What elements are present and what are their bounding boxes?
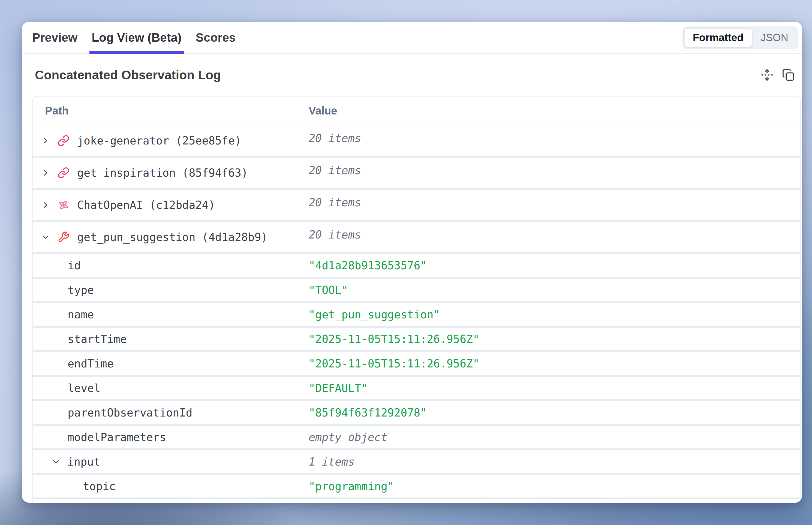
- link-icon: [58, 167, 70, 179]
- row-path-label: modelParameters: [68, 431, 166, 444]
- row-value-cell: 20 items: [309, 125, 800, 156]
- row-path: ChatOpenAI (c12bda24): [33, 190, 309, 220]
- format-toggle: Formatted JSON: [682, 27, 798, 49]
- format-toggle-formatted[interactable]: Formatted: [684, 28, 752, 47]
- row-path-label: name: [68, 308, 94, 321]
- row-value: 1 items: [309, 455, 355, 468]
- tab-scores[interactable]: Scores: [196, 22, 236, 54]
- row-path: level: [33, 377, 309, 399]
- table-row[interactable]: input1 items: [33, 450, 800, 475]
- row-path-label: input: [67, 455, 100, 468]
- row-value: 20 items: [309, 164, 361, 177]
- row-path: joke-generator (25ee85fe): [33, 125, 309, 156]
- row-value-cell: empty object: [309, 426, 800, 448]
- table-row: endTime"2025-11-05T15:11:26.956Z": [33, 352, 800, 377]
- row-value: "programming": [309, 480, 394, 493]
- row-value-cell: "4d1a28b913653576": [309, 254, 800, 277]
- row-value-cell: "85f94f63f1292078": [309, 401, 800, 424]
- row-path: topic: [33, 475, 309, 497]
- row-path-label: topic: [83, 480, 116, 493]
- table-row[interactable]: get_inspiration (85f94f63)20 items: [33, 158, 800, 190]
- table-header-row: Path Value: [33, 96, 800, 125]
- row-value-cell: 20 items: [309, 158, 800, 188]
- row-value-cell: "get_pun_suggestion": [309, 303, 800, 326]
- format-toggle-json[interactable]: JSON: [753, 29, 796, 47]
- row-path: name: [33, 303, 309, 326]
- row-value: 20 items: [309, 132, 361, 145]
- row-path-label: joke-generator (25ee85fe): [77, 134, 241, 147]
- section-header: Concatenated Observation Log: [22, 54, 802, 96]
- table-row: modelParametersempty object: [33, 426, 800, 450]
- observation-log-table: Path Value joke-generator (25ee85fe)20 i…: [32, 96, 800, 502]
- row-path: id: [33, 254, 309, 277]
- tab-bar: Preview Log View (Beta) Scores Formatted…: [22, 22, 802, 54]
- table-row[interactable]: joke-generator (25ee85fe)20 items: [33, 125, 800, 158]
- chevron-right-icon[interactable]: [41, 200, 50, 210]
- row-value: "DEFAULT": [309, 382, 368, 394]
- row-value: "get_pun_suggestion": [309, 308, 440, 321]
- table-row: startTime"2025-11-05T15:11:26.956Z": [33, 328, 800, 352]
- row-value: "TOOL": [309, 284, 348, 296]
- row-value-cell: 1 items: [309, 450, 800, 473]
- row-path-label: id: [68, 259, 81, 272]
- row-value-cell: 20 items: [309, 222, 800, 252]
- row-path-label: type: [68, 284, 94, 296]
- row-path-label: endTime: [68, 357, 114, 370]
- row-value: "85f94f63f1292078": [309, 406, 427, 419]
- tab-log-view-beta[interactable]: Log View (Beta): [92, 22, 181, 54]
- row-value-cell: "programming": [309, 475, 800, 497]
- row-path-label: ChatOpenAI (c12bda24): [77, 199, 215, 211]
- tabs: Preview Log View (Beta) Scores: [32, 22, 236, 54]
- table-row[interactable]: ChatOpenAI (c12bda24)20 items: [33, 190, 800, 222]
- row-path-label: level: [68, 382, 100, 394]
- row-path: type: [33, 279, 309, 301]
- row-path: modelParameters: [33, 426, 309, 448]
- row-path: get_pun_suggestion (4d1a28b9): [33, 222, 309, 252]
- row-path: input: [33, 450, 309, 473]
- column-header-path: Path: [33, 96, 309, 125]
- unfold-vertical-icon[interactable]: [760, 68, 774, 82]
- row-value: empty object: [309, 431, 387, 444]
- table-row: level"DEFAULT": [33, 377, 800, 401]
- log-view-panel: Preview Log View (Beta) Scores Formatted…: [22, 22, 802, 502]
- row-value: "2025-11-05T15:11:26.956Z": [309, 357, 479, 370]
- row-path-label: parentObservationId: [68, 406, 192, 419]
- link-icon: [58, 135, 70, 147]
- chevron-down-icon[interactable]: [51, 457, 61, 467]
- row-value: 20 items: [309, 228, 361, 241]
- row-value-cell: "TOOL": [309, 279, 800, 301]
- row-value: "2025-11-05T15:11:26.956Z": [309, 333, 479, 345]
- table-row: parentObservationId"85f94f63f1292078": [33, 401, 800, 426]
- row-path: endTime: [33, 352, 309, 375]
- tab-preview[interactable]: Preview: [32, 22, 77, 54]
- row-value-cell: "DEFAULT": [309, 377, 800, 399]
- copy-icon[interactable]: [781, 68, 795, 82]
- wrench-icon: [58, 231, 70, 243]
- row-value: "4d1a28b913653576": [309, 259, 427, 272]
- column-header-value: Value: [309, 96, 800, 125]
- table-row[interactable]: get_pun_suggestion (4d1a28b9)20 items: [33, 222, 800, 254]
- row-path-label: get_pun_suggestion (4d1a28b9): [77, 231, 267, 243]
- table-row: name"get_pun_suggestion": [33, 303, 800, 328]
- table-row: id"4d1a28b913653576": [33, 254, 800, 279]
- row-path: get_inspiration (85f94f63): [33, 158, 309, 188]
- table-row: type"TOOL": [33, 279, 800, 303]
- row-value-cell: "2025-11-05T15:11:26.956Z": [309, 328, 800, 350]
- row-value-cell: "2025-11-05T15:11:26.956Z": [309, 352, 800, 375]
- row-path-label: get_inspiration (85f94f63): [77, 167, 248, 179]
- row-value: 20 items: [309, 196, 361, 209]
- section-title: Concatenated Observation Log: [35, 68, 221, 82]
- pinwheel-icon: [58, 199, 70, 211]
- row-path: startTime: [33, 328, 309, 350]
- row-path: parentObservationId: [33, 401, 309, 424]
- row-path-label: startTime: [68, 333, 127, 345]
- row-value-cell: 20 items: [309, 190, 800, 220]
- chevron-right-icon[interactable]: [41, 168, 50, 178]
- table-row: topic"programming": [33, 475, 800, 499]
- chevron-right-icon[interactable]: [41, 136, 50, 146]
- table-body: joke-generator (25ee85fe)20 itemsget_ins…: [33, 125, 800, 499]
- section-actions: [760, 68, 795, 82]
- chevron-down-icon[interactable]: [41, 232, 50, 242]
